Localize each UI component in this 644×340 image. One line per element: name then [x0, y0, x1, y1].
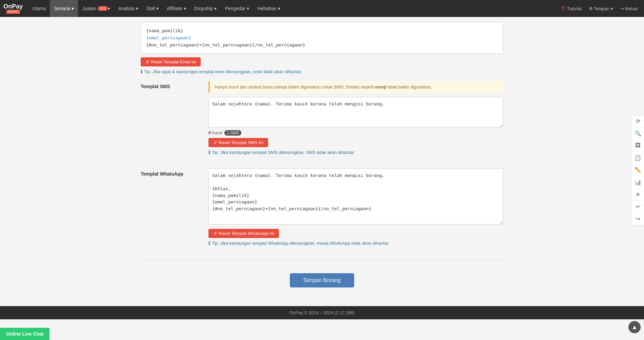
sms-warning-bold: emoji	[375, 84, 386, 89]
tool-undo[interactable]: ↩	[632, 201, 644, 213]
nav-link-staf[interactable]: Staf ▾	[142, 0, 163, 17]
undo-icon: ↩	[636, 203, 640, 210]
save-row: Simpan Borang	[141, 266, 503, 298]
nav-item-analisis: Analisis ▾	[114, 0, 142, 17]
navbar: OnPay ADMIN Utama Senarai ▾ Jualan 233 ▾…	[0, 0, 644, 17]
sms-label: Templat SMS	[141, 81, 208, 89]
nav-item-affiliate: Affiliate ▾	[163, 0, 190, 17]
tip-icon-email: ℹ	[141, 69, 142, 74]
nav-item-staf: Staf ▾	[142, 0, 163, 17]
tool-search[interactable]: 🔍	[632, 127, 644, 140]
sms-content: Hanya huruf dan simbol biasa sahaja bole…	[208, 81, 503, 162]
reset-icon-whatsapp: ↺	[213, 231, 217, 236]
nav-tutorial[interactable]: ❓ Tutorial	[558, 0, 584, 17]
whatsapp-section: Templat WhatsApp Salam sejahtera {nama}.…	[141, 168, 503, 253]
nav-item-senarai: Senarai ▾	[50, 0, 78, 17]
brand: OnPay ADMIN	[3, 3, 23, 14]
nav-link-jualan[interactable]: Jualan 233 ▾	[78, 0, 114, 17]
nav-item-pengedar: Pengedar ▾	[221, 0, 253, 17]
sms-reset-button[interactable]: ↺ Reset Templat SMS Ini	[208, 138, 268, 147]
email-line3: {#no_tel_perniagaan}+{no_tel_perniagaan}…	[146, 42, 498, 49]
email-tip-text: Tip: Jika tajuk & kandungan templat emel…	[144, 69, 302, 74]
main-content: {nama_pemilik} {emel_perniagaan} {#no_te…	[136, 17, 508, 303]
whatsapp-reset-row: ↺ Reset Templat WhatsApp Ini	[208, 229, 503, 241]
tool-image[interactable]: 🖼	[632, 140, 644, 152]
nav-link-utama[interactable]: Utama	[28, 0, 50, 17]
email-preview-box: {nama_pemilik} {emel_perniagaan} {#no_te…	[141, 22, 503, 54]
sms-section: Templat SMS Hanya huruf dan simbol biasa…	[141, 81, 503, 162]
redo-icon: ↪	[636, 216, 640, 222]
clipboard-icon: 📋	[635, 155, 641, 161]
edit-icon: ✏️	[635, 167, 641, 173]
whatsapp-content: Salam sejahtera {nama}. Terima kasih ker…	[208, 168, 503, 253]
nav-link-analisis[interactable]: Analisis ▾	[114, 0, 142, 17]
nav-link-hebahan[interactable]: Hebahan ▾	[253, 0, 284, 17]
email-reset-row: ↺ Reset Templat Emel Ini	[141, 57, 503, 69]
refresh-icon: ⟳	[636, 118, 640, 124]
nav-tetapan[interactable]: ⚙ Tetapan ▾	[586, 0, 616, 17]
sms-warning: Hanya huruf dan simbol biasa sahaja bole…	[208, 81, 503, 93]
email-tip: ℹ Tip: Jika tajuk & kandungan templat em…	[141, 69, 503, 74]
nav-link-dropship[interactable]: Dropship ▾	[190, 0, 221, 17]
sms-tip-text: Tip: Jika kandungan templat SMS dikosong…	[212, 150, 355, 155]
nav-keluar[interactable]: ↪ Keluar	[618, 0, 641, 17]
search-icon: 🔍	[635, 130, 641, 137]
sms-badge: 1 SMS	[224, 130, 241, 136]
translate-icon: A	[636, 192, 639, 197]
footer: OnPay © 2014 – 2024 (2.17.296)	[0, 306, 644, 319]
nav-item-hebahan: Hebahan ▾	[253, 0, 284, 17]
tool-translate[interactable]: A	[632, 188, 644, 201]
tool-refresh[interactable]: ⟳	[632, 115, 644, 127]
email-line1: {nama_pemilik}	[146, 27, 498, 35]
email-link[interactable]: {emel_perniagaan}	[146, 35, 191, 40]
nav-item-jualan: Jualan 233 ▾	[78, 0, 114, 17]
whatsapp-tip-text: Tip: Jika kandungan templat WhatsApp dik…	[212, 241, 389, 246]
sms-reset-label: Reset Templat SMS Ini	[219, 140, 263, 145]
image-icon: 🖼	[635, 142, 641, 148]
save-button[interactable]: Simpan Borang	[290, 273, 354, 287]
whatsapp-reset-label: Reset Templat WhatsApp Ini	[219, 231, 274, 236]
jualan-badge: 233	[98, 6, 108, 11]
brand-name: OnPay	[3, 3, 23, 9]
whatsapp-label: Templat WhatsApp	[141, 168, 208, 177]
tool-edit[interactable]: ✏️	[632, 164, 644, 176]
nav-link-senarai[interactable]: Senarai ▾	[50, 0, 78, 17]
email-reset-button[interactable]: ↺ Reset Templat Emel Ini	[141, 57, 201, 66]
stats-icon: 📊	[635, 179, 641, 185]
tool-clipboard[interactable]: 📋	[632, 152, 644, 164]
sms-char-count: 0 huruf 1 SMS	[208, 130, 503, 135]
sms-char-number: 0	[208, 130, 211, 135]
whatsapp-reset-button[interactable]: ↺ Reset Templat WhatsApp Ini	[208, 229, 279, 238]
nav-link-affiliate[interactable]: Affiliate ▾	[163, 0, 190, 17]
tool-redo[interactable]: ↪	[632, 213, 644, 225]
nav-right: ❓ Tutorial ⚙ Tetapan ▾ ↪ Keluar	[558, 0, 641, 17]
right-tools-panel: ⟳ 🔍 🖼 📋 ✏️ 📊 A ↩ ↪	[631, 115, 644, 225]
divider	[141, 259, 503, 260]
sms-tip: ℹ Tip: Jika kandungan templat SMS dikoso…	[208, 150, 503, 155]
nav-item-dropship: Dropship ▾	[190, 0, 221, 17]
sms-textarea[interactable]: Salam sejahtera {nama}. Terima kasih ker…	[208, 97, 503, 127]
reset-icon: ↺	[145, 59, 149, 64]
tip-icon-whatsapp: ℹ	[208, 241, 210, 246]
email-reset-label: Reset Templat Emel Ini	[151, 59, 196, 64]
nav-menu: Utama Senarai ▾ Jualan 233 ▾ Analisis ▾ …	[28, 0, 558, 17]
tool-stats[interactable]: 📊	[632, 176, 644, 188]
whatsapp-tip: ℹ Tip: Jika kandungan templat WhatsApp d…	[208, 241, 503, 246]
footer-text: OnPay © 2014 – 2024 (2.17.296)	[289, 310, 355, 315]
tip-icon-sms: ℹ	[208, 150, 210, 155]
nav-item-utama: Utama	[28, 0, 50, 17]
nav-link-pengedar[interactable]: Pengedar ▾	[221, 0, 253, 17]
brand-sub: ADMIN	[6, 10, 20, 14]
whatsapp-textarea[interactable]: Salam sejahtera {nama}. Terima kasih ker…	[208, 168, 503, 224]
email-line2: {emel_perniagaan}	[146, 35, 498, 42]
reset-icon-sms: ↺	[213, 140, 217, 145]
